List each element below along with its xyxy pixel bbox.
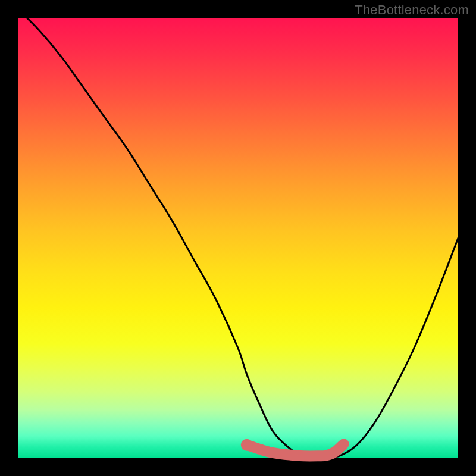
watermark-label: TheBottleneck.com <box>355 2 469 18</box>
highlighted-range <box>247 444 344 456</box>
curve-layer <box>18 18 458 458</box>
bottleneck-curve <box>18 9 458 458</box>
highlight-start-dot <box>241 439 253 451</box>
chart-frame: TheBottleneck.com <box>0 0 476 476</box>
plot-area <box>18 18 458 458</box>
